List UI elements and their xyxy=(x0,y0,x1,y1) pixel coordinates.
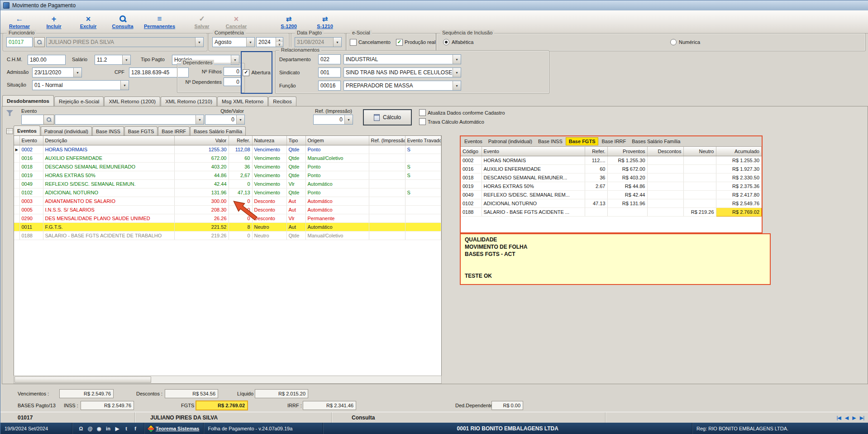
tab-base-inss[interactable]: Base INSS xyxy=(92,126,124,135)
abertura-checkbox[interactable]: Abertura xyxy=(243,69,270,76)
facebook-icon[interactable]: f xyxy=(132,426,139,431)
tab-recibos[interactable]: Recibos xyxy=(268,96,296,106)
sindicato-select[interactable]: SIND TRAB NAS IND PAPEL E CELULOSE DE ( xyxy=(343,68,461,77)
base-fgts-row[interactable]: 0188 SALARIO - BASE FGTS ACIDENTE ... R$… xyxy=(461,208,762,217)
funcionario-search-button[interactable] xyxy=(34,37,45,47)
event-row[interactable]: 0019 HORAS EXTRAS 50% 44.86 2,67 Vencime… xyxy=(14,171,441,180)
tab-patronal[interactable]: Patronal (individual) xyxy=(41,126,92,135)
column-header[interactable]: Tipo xyxy=(286,136,305,145)
column-header[interactable]: Evento xyxy=(482,147,585,156)
funcionario-name-select[interactable]: JULIANO PIRES DA SILVA xyxy=(46,37,204,47)
column-header[interactable] xyxy=(14,136,19,145)
atualiza-dados-checkbox[interactable]: Atualiza Dados conforme Cadastro xyxy=(419,109,505,116)
brand-link[interactable]: Teorema Sistemas xyxy=(156,426,199,431)
event-row[interactable]: ▶ 0002 HORAS NORMAIS 1255.30 112,08 Venc… xyxy=(14,145,441,154)
linkedin-icon[interactable]: in xyxy=(105,426,112,431)
column-header[interactable]: Descrição xyxy=(43,136,174,145)
calculo-button[interactable]: Cálculo xyxy=(363,109,412,125)
departamento-code-input[interactable]: 022 xyxy=(318,54,341,64)
producao-real-checkbox[interactable]: Produção real xyxy=(396,39,436,46)
event-row[interactable]: 0018 DESCANSO SEMANAL REMUNERADO 403.20 … xyxy=(14,163,441,171)
departamento-select[interactable]: INDUSTRIAL xyxy=(343,54,461,64)
scrollbar-thumb[interactable] xyxy=(14,376,151,383)
admissao-select[interactable]: 23/11/2020 xyxy=(32,68,82,77)
tab-r-patronal[interactable]: Patronal (individual) xyxy=(486,138,535,145)
column-header[interactable]: Natureza xyxy=(252,136,286,145)
event-row[interactable]: 0188 SALARIO - BASE FGTS ACIDENTE DE TRA… xyxy=(14,231,441,240)
base-fgts-row[interactable]: 0018 DESCANSO SEMANAL REMUNER... 36 R$ 4… xyxy=(461,174,762,182)
base-fgts-row[interactable]: 0002 HORAS NORMAIS 112.... R$ 1.255.30 R… xyxy=(461,156,762,165)
event-row[interactable]: 0003 ADIANTAMENTO DE SALARIO 300.00 0 De… xyxy=(14,197,441,206)
event-row[interactable]: 0011 F.G.T.S. 221.52 8 Neutro Aut Automá… xyxy=(14,223,441,231)
event-row[interactable]: 0005 I.N.S.S. S/ SALARIOS 208.30 0 Desco… xyxy=(14,206,441,214)
evento-select[interactable] xyxy=(55,115,204,125)
excluir-button[interactable]: Excluir xyxy=(71,11,105,32)
base-fgts-row[interactable]: 0019 HORAS EXTRAS 50% 2.67 R$ 44.86 R$ 2… xyxy=(461,182,762,191)
column-header[interactable]: Origem xyxy=(305,136,369,145)
headset-icon[interactable]: Ω xyxy=(77,426,85,431)
competencia-month-select[interactable]: Agosto xyxy=(212,37,255,47)
column-header[interactable]: Código xyxy=(461,147,482,156)
event-row[interactable]: 0290 DES MENSALIDADE PLANO SAUDE UNIMED … xyxy=(14,214,441,223)
column-header[interactable]: Acumulado xyxy=(716,147,762,156)
base-fgts-row[interactable]: 0016 AUXILIO ENFERMIDADE 60 R$ 672.00 R$… xyxy=(461,165,762,174)
horizontal-scrollbar[interactable] xyxy=(14,376,442,384)
funcao-select[interactable]: PREPARADOR DE MASSA xyxy=(343,81,461,91)
tab-eventos[interactable]: Eventos xyxy=(14,125,40,135)
s1210-button[interactable]: S-1210 xyxy=(308,11,342,32)
tab-r-base-fgts[interactable]: Base FGTS xyxy=(566,137,599,145)
nav-last-button[interactable]: ▶| xyxy=(860,415,864,421)
situacao-select[interactable]: 01 - Normal xyxy=(32,80,129,90)
permanentes-button[interactable]: Permanentes xyxy=(140,11,179,32)
tab-desdobramentos[interactable]: Desdobramentos xyxy=(2,95,54,106)
tab-base-irrf[interactable]: Base IRRF xyxy=(158,126,190,135)
event-row[interactable]: 0102 ADICIONAL NOTURNO 131.96 47,13 Venc… xyxy=(14,188,441,197)
tab-rejeicao-esocial[interactable]: Rejeição e-Social xyxy=(54,96,104,106)
numerica-radio[interactable]: Numérica xyxy=(670,39,700,45)
nav-next-button[interactable]: ▶ xyxy=(852,415,855,421)
tab-xml-retorno-1210[interactable]: XML Retorno (1210) xyxy=(161,96,217,106)
sindicato-code-input[interactable]: 001 xyxy=(318,68,341,77)
youtube-icon[interactable]: ▶ xyxy=(114,426,121,432)
data-pagto-input[interactable]: 31/08/2024 xyxy=(295,37,342,47)
funcao-code-input[interactable]: 00016 xyxy=(318,81,341,91)
column-header[interactable]: Refer. xyxy=(229,136,252,145)
tab-r-base-inss[interactable]: Base INSS xyxy=(535,138,565,145)
trava-calculo-checkbox[interactable]: Trava Cálculo Automático xyxy=(419,118,484,125)
tab-bases-salario-familia[interactable]: Bases Salário Família xyxy=(190,126,246,135)
funcionario-code-input[interactable]: 01017 xyxy=(6,37,33,47)
spin-down-icon[interactable] xyxy=(276,42,283,47)
evento-search-button[interactable] xyxy=(43,115,54,125)
instagram-icon[interactable]: ◉ xyxy=(95,426,103,432)
column-header[interactable]: Ref. (Impressão) xyxy=(369,136,405,145)
salario-select[interactable]: 11.2 xyxy=(95,55,131,65)
incluir-button[interactable]: Incluir xyxy=(37,11,71,32)
column-header[interactable]: Evento xyxy=(19,136,43,145)
at-icon[interactable]: @ xyxy=(86,426,94,431)
tab-r-eventos[interactable]: Eventos xyxy=(462,138,485,145)
num-dependentes-input[interactable]: 0 xyxy=(224,77,242,86)
cancelar-button[interactable]: Cancelar xyxy=(219,11,253,32)
qtde-valor-input[interactable]: 0 xyxy=(205,115,245,125)
nav-first-button[interactable]: |◀ xyxy=(836,415,840,421)
base-fgts-row[interactable]: 0102 ADICIONAL NOTURNO 47.13 R$ 131.96 R… xyxy=(461,199,762,208)
ref-impressao-input[interactable]: 0 xyxy=(313,115,353,125)
column-header[interactable]: Refer. xyxy=(585,147,607,156)
consulta-button[interactable]: Consulta xyxy=(105,11,140,32)
evento-code-input[interactable] xyxy=(21,115,47,125)
tab-msg-xml-retorno[interactable]: Msg XML Retorno xyxy=(217,96,268,106)
column-header[interactable]: Proventos xyxy=(607,147,647,156)
tab-xml-retorno-1200[interactable]: XML Retorno (1200) xyxy=(104,96,160,106)
tab-r-bases-salario-familia[interactable]: Bases Salário Família xyxy=(629,138,683,145)
filhos-input[interactable]: 0 xyxy=(224,67,242,76)
column-header[interactable]: Valor xyxy=(174,136,229,145)
event-row[interactable]: 0049 REFLEXO S/DESC. SEMANAL REMUN. 42.4… xyxy=(14,180,441,188)
column-header[interactable]: Evento Travado xyxy=(405,136,441,145)
column-header[interactable]: Neutro xyxy=(683,147,716,156)
chm-input[interactable]: 180.00 xyxy=(28,55,66,65)
cancelamento-checkbox[interactable]: Cancelamento xyxy=(350,39,391,46)
competencia-year-spinner[interactable]: 2024 xyxy=(256,37,283,47)
twitter-icon[interactable]: t xyxy=(123,426,130,431)
nav-prev-button[interactable]: ◀ xyxy=(845,415,848,421)
s1200-button[interactable]: S-1200 xyxy=(272,11,306,32)
